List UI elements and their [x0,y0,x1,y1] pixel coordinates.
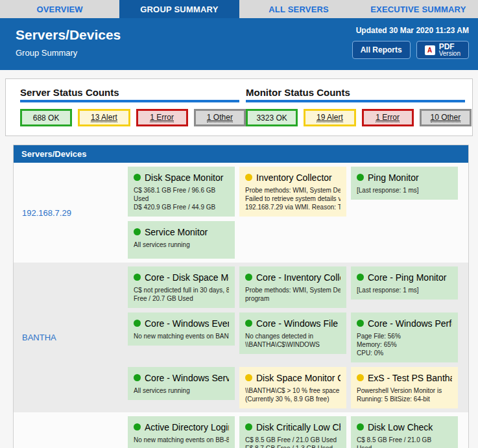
status-ok-dot-icon [357,320,364,327]
monitor-cell[interactable]: Disk Space Monitor C$ 368.1 GB Free / 96… [128,167,235,217]
monitor-cell[interactable]: Core - Windows Event L No new matching e… [128,312,235,346]
monitor-detail: [Last response: 1 ms] [357,286,452,294]
monitor-detail: No new matching events on BB-8 [134,436,229,444]
pdf-version-button[interactable]: A PDF Version [416,41,469,59]
server-link[interactable]: BANTHA [14,266,128,408]
page-title: Servers/Devices [16,27,121,43]
status-ok-dot-icon [134,374,141,381]
section-underline [246,100,465,102]
monitor-cell[interactable]: Service Monitor All services running [128,221,235,259]
monitor-error-badge[interactable]: 1 Error [362,109,414,126]
table-header: Servers/Devices [14,145,468,163]
monitor-detail: \\BANTHA\C$ > 10 % free space (Currently… [245,386,341,403]
monitor-status-title: Monitor Status Counts [246,87,472,98]
all-reports-button[interactable]: All Reports [352,41,411,59]
monitor-other-badge[interactable]: 10 Other [420,109,472,126]
status-ok-dot-icon [134,174,141,181]
status-ok-dot-icon [134,320,141,327]
server-alert-badge[interactable]: 13 Alert [78,109,130,126]
monitor-cell[interactable]: Active Directory Login No new matching e… [128,416,235,448]
table-row: Active Directory Login No new matching e… [14,412,468,448]
server-ok-badge[interactable]: 688 OK [20,109,72,126]
table-row: 192.168.7.29 Disk Space Monitor C$ 368.1… [14,163,468,263]
status-ok-dot-icon [357,423,364,430]
monitor-status-section: Monitor Status Counts 3323 OK 19 Alert 1… [246,87,472,126]
server-other-badge[interactable]: 1 Other [194,109,246,126]
monitor-detail: [Last response: 1 ms] [357,186,452,195]
status-alert-dot-icon [245,374,252,381]
section-underline [20,100,239,102]
monitor-cell[interactable]: Core - Ping Monitor [Last response: 1 ms… [351,266,458,300]
pdf-sublabel: Version [439,50,460,57]
monitor-detail: No new matching events on BANTHA [134,332,229,340]
server-status-title: Server Status Counts [20,87,246,98]
tab-group-summary[interactable]: GROUP SUMMARY [119,0,239,18]
monitor-cell[interactable]: ExS - Test PS Bantha Powershell Version … [351,367,458,408]
status-ok-dot-icon [245,423,252,430]
all-reports-label: All Reports [361,45,402,54]
monitor-cell[interactable]: Core - Windows Service All services runn… [128,367,235,400]
monitor-detail: C$ 368.1 GB Free / 96.6 GB Used D$ 420.9… [134,186,229,211]
monitor-cell[interactable]: Core - Windows Perform Page File: 56% Me… [351,312,458,362]
monitor-detail: Probe methods: WMI, System Details Faile… [245,186,341,211]
status-ok-dot-icon [134,274,141,281]
status-counts-panel: Server Status Counts 688 OK 13 Alert 1 E… [5,78,473,136]
server-error-badge[interactable]: 1 Error [136,109,188,126]
monitor-cell[interactable]: Disk Critically Low Che C$ 8.5 GB Free /… [239,416,346,448]
status-ok-dot-icon [357,274,364,281]
monitor-detail: Page File: 56% Memory: 65% CPU: 0% [357,332,452,357]
server-link[interactable]: 192.168.7.29 [14,167,128,259]
monitor-cell[interactable]: Core - Inventory Collect Probe methods: … [239,266,346,308]
monitor-detail: Powershell Version Monitor is Running: 5… [357,386,452,403]
tab-all-servers[interactable]: ALL SERVERS [239,0,359,18]
monitor-cell[interactable]: Inventory Collector Probe methods: WMI, … [239,167,346,217]
tab-bar: OVERVIEW GROUP SUMMARY ALL SERVERS EXECU… [0,0,478,18]
status-alert-dot-icon [245,174,252,181]
tab-executive-summary[interactable]: EXECUTIVE SUMMARY [359,0,478,18]
updated-timestamp: Updated 30 Mar 2020 11:23 AM [352,26,469,35]
status-alert-dot-icon [357,374,364,381]
servers-devices-table: Servers/Devices 192.168.7.29 Disk Space … [13,145,469,448]
status-ok-dot-icon [134,228,141,235]
monitor-cell[interactable]: Core - Windows File Ch No changes detect… [239,312,346,354]
monitor-detail: C$ 8.5 GB Free / 21.0 GB Used E$ 8.7 GB … [245,436,341,448]
monitor-detail: All services running [134,386,229,395]
monitor-cell[interactable]: Disk Space Monitor Co \\BANTHA\C$ > 10 %… [239,367,346,408]
tab-overview[interactable]: OVERVIEW [0,0,119,18]
monitor-detail: All services running [134,241,229,249]
page-subtitle: Group Summary [16,48,121,58]
status-ok-dot-icon [134,423,141,430]
monitor-cell[interactable]: Disk Low Check C$ 8.5 GB Free / 21.0 GB … [351,416,458,448]
status-ok-dot-icon [245,274,252,281]
monitor-alert-badge[interactable]: 19 Alert [304,109,355,126]
monitor-ok-badge[interactable]: 3323 OK [246,109,298,126]
monitor-cell[interactable]: Core - Disk Space Monit C$ not predicted… [128,266,235,308]
status-ok-dot-icon [357,174,364,181]
server-link[interactable] [14,416,128,448]
server-status-section: Server Status Counts 688 OK 13 Alert 1 E… [20,87,246,126]
monitor-detail: Probe methods: WMI, System Details progr… [245,286,341,303]
status-ok-dot-icon [245,320,252,327]
table-row: BANTHA Core - Disk Space Monit C$ not pr… [14,263,468,412]
monitor-detail: C$ not predicted full in 30 days, 8.9 G … [134,286,229,303]
monitor-detail: C$ 8.5 GB Free / 21.0 GB Used [357,436,452,448]
pdf-icon: A [425,45,435,55]
report-header: Servers/Devices Group Summary Updated 30… [0,18,478,70]
monitor-detail: No changes detected in \\BANTHA\C$\WINDO… [245,332,341,349]
monitor-cell[interactable]: Ping Monitor [Last response: 1 ms] [351,167,458,200]
